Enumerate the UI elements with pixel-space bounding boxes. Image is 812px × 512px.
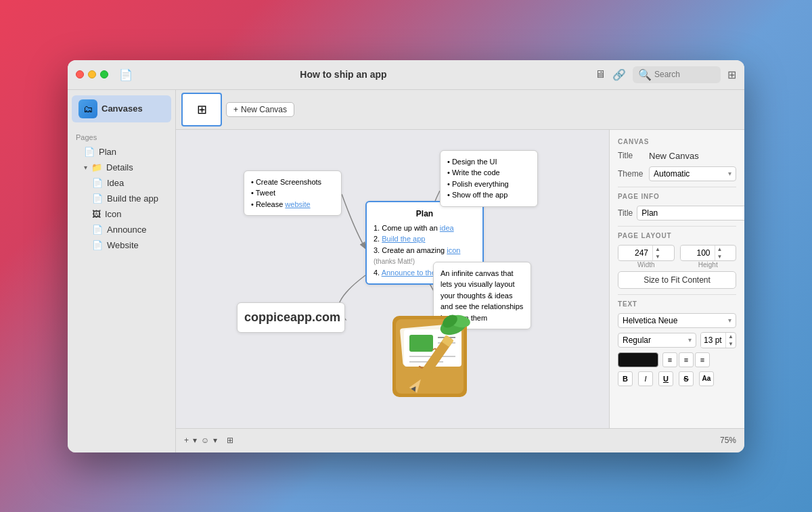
font-row: Helvetica Neue ▾	[618, 313, 736, 328]
icon-link[interactable]: icon	[447, 246, 460, 254]
canvas-section-title: CANVAS	[618, 138, 736, 145]
width-field[interactable]: ▲ ▼	[618, 245, 675, 261]
build-link[interactable]: Build the app	[382, 235, 425, 243]
zoom-value[interactable]: 75%	[720, 436, 736, 445]
canvas-title-row: Title New Canvas	[618, 151, 736, 161]
chevron-down-icon: ▾	[728, 170, 731, 177]
sidebar-item-announce[interactable]: 📄 Announce	[68, 222, 175, 237]
width-increment[interactable]: ▲	[653, 246, 662, 253]
url-text: coppiceapp.com	[244, 310, 340, 324]
canvas-icon: 🗂	[78, 99, 97, 118]
node-line: • Release website	[251, 199, 334, 210]
sidebar-canvases-item[interactable]: 🗂 Canvases	[72, 95, 171, 122]
style-select[interactable]: Regular ▾	[618, 333, 696, 348]
sidebar-item-icon[interactable]: 🖼 Icon	[68, 206, 175, 222]
fit-content-button[interactable]: Size to Fit Content	[618, 271, 736, 289]
expand-arrow-icon: ▾	[84, 164, 87, 171]
node-line: • Write the code	[447, 167, 531, 179]
main-content: 🗂 Canvases Pages 📄 Plan ▾ 📁 Details 📄 Id…	[68, 90, 744, 452]
emoji-icon[interactable]: ☺	[201, 436, 209, 445]
canvas-theme-select[interactable]: Automatic ▾	[649, 166, 736, 181]
sidebar-item-website[interactable]: 📄 Website	[68, 237, 175, 253]
dropdown-icon[interactable]: ▾	[193, 436, 197, 445]
height-increment[interactable]: ▲	[715, 246, 725, 253]
width-input[interactable]	[618, 246, 652, 260]
layout-numbers-row: ▲ ▼ Width ▲ ▼	[618, 245, 736, 269]
text-color-swatch[interactable]	[618, 352, 658, 367]
divider	[618, 187, 736, 187]
search-input[interactable]	[654, 70, 715, 79]
underline-button[interactable]: U	[658, 371, 673, 386]
node-line: 1. Come up with an idea	[374, 223, 476, 234]
align-center-button[interactable]: ≡	[679, 352, 694, 367]
align-right-button[interactable]: ≡	[695, 352, 710, 367]
minimize-button[interactable]	[88, 70, 96, 78]
canvas-toolbar: ⊞ + New Canvas	[176, 90, 744, 130]
color-row: ≡ ≡ ≡	[618, 352, 736, 367]
size-decrement[interactable]: ▼	[726, 340, 736, 348]
format-row: B I U S Aa	[618, 371, 736, 386]
font-value: Helvetica Neue	[623, 316, 677, 325]
size-increment[interactable]: ▲	[726, 333, 736, 340]
page-title-label: Title	[618, 208, 633, 218]
bold-button[interactable]: B	[618, 371, 633, 386]
node-screenshots[interactable]: • Create Screenshots • Tweet • Release w…	[244, 170, 342, 216]
canvas-area[interactable]: • Create Screenshots • Tweet • Release w…	[176, 130, 609, 428]
search-bar[interactable]: 🔍	[633, 66, 721, 83]
node-build[interactable]: • Design the UI • Write the code • Polis…	[440, 150, 538, 207]
link-icon[interactable]: 🔗	[612, 68, 626, 81]
style-chevron-icon: ▾	[688, 336, 692, 344]
svg-rect-4	[409, 335, 433, 352]
idea-link[interactable]: idea	[440, 224, 454, 232]
width-decrement[interactable]: ▼	[653, 253, 662, 260]
page-icon: 📄	[92, 240, 103, 250]
view-icon[interactable]: ⊞	[227, 436, 233, 445]
canvas-theme-label: Theme	[618, 169, 645, 179]
canvas-panel-area: ⊞ + New Canvas	[176, 90, 744, 452]
height-decrement[interactable]: ▼	[715, 253, 725, 260]
sidebar-item-idea[interactable]: 📄 Idea	[68, 175, 175, 191]
font-chevron-icon: ▾	[728, 317, 731, 324]
sidebar: 🗂 Canvases Pages 📄 Plan ▾ 📁 Details 📄 Id…	[68, 90, 176, 452]
sidebar-item-label: Idea	[107, 178, 124, 188]
page-title-input[interactable]	[637, 206, 744, 220]
page-layout-section-title: PAGE LAYOUT	[618, 232, 736, 239]
width-field-group: ▲ ▼ Width	[618, 245, 675, 269]
sidebar-item-details[interactable]: ▾ 📁 Details	[68, 160, 175, 175]
folder-icon: 📁	[91, 162, 102, 172]
height-spinners: ▲ ▼	[715, 246, 725, 260]
plus-icon: +	[233, 105, 238, 114]
align-left-button[interactable]: ≡	[662, 352, 677, 367]
italic-button[interactable]: I	[638, 371, 653, 386]
website-link[interactable]: website	[285, 200, 310, 208]
node-line: • Polish everything	[447, 179, 531, 190]
close-button[interactable]	[76, 70, 84, 78]
dropdown2-icon[interactable]: ▾	[213, 436, 217, 445]
size-field[interactable]: ▲ ▼	[700, 332, 736, 348]
sidebar-item-plan[interactable]: 📄 Plan	[68, 144, 175, 160]
height-input[interactable]	[681, 246, 715, 260]
size-spinners: ▲ ▼	[725, 333, 736, 348]
divider3	[618, 294, 736, 295]
canvas-thumbnail[interactable]: ⊞	[181, 93, 222, 126]
center-area: • Create Screenshots • Tweet • Release w…	[176, 130, 744, 428]
style-row: Regular ▾ ▲ ▼	[618, 332, 736, 348]
node-url[interactable]: coppiceapp.com	[237, 302, 345, 333]
new-canvas-button[interactable]: + New Canvas	[226, 102, 294, 117]
strikethrough-button[interactable]: S	[679, 371, 694, 386]
aa-button[interactable]: Aa	[699, 371, 714, 386]
page-icon: 📄	[84, 147, 95, 157]
style-value: Regular	[623, 335, 651, 345]
titlebar: 📄 How to ship an app 🖥 🔗 🔍 ⊞	[68, 60, 744, 90]
monitor-icon[interactable]: 🖥	[595, 68, 606, 80]
height-field[interactable]: ▲ ▼	[680, 245, 737, 261]
theme-value: Automatic	[654, 169, 690, 179]
font-select[interactable]: Helvetica Neue ▾	[618, 313, 736, 328]
add-icon[interactable]: +	[184, 436, 189, 445]
sidebar-item-build-the-app[interactable]: 📄 Build the app	[68, 191, 175, 206]
size-input[interactable]	[701, 333, 725, 347]
search-icon: 🔍	[638, 68, 652, 81]
plan-node-title: Plan	[374, 208, 476, 220]
node-line: • Show off the app	[447, 189, 531, 201]
sidebar-toggle-icon[interactable]: ⊞	[727, 68, 736, 81]
